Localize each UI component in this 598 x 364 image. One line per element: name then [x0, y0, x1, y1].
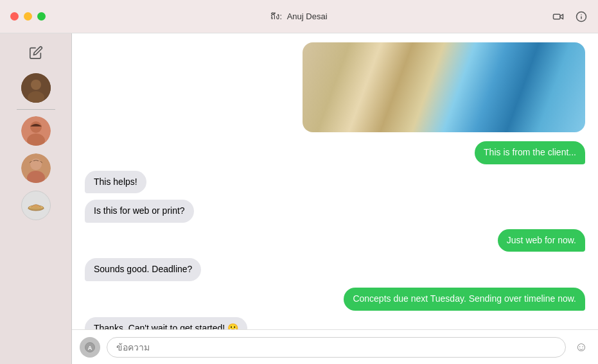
chat-scroll[interactable]: This is from the client... This helps! I… [72, 33, 598, 329]
svg-point-9 [30, 121, 42, 133]
message-input[interactable] [107, 337, 566, 358]
sidebar [0, 0, 72, 364]
compose-button[interactable] [24, 41, 48, 64]
app-switcher-button[interactable]: A [80, 337, 100, 358]
sidebar-contact-plate[interactable] [21, 191, 51, 220]
sidebar-contact-1[interactable] [21, 73, 51, 103]
fullscreen-button[interactable] [37, 12, 46, 21]
emoji-button[interactable]: ☺ [572, 338, 590, 356]
msg-concepts-row: Concepts due next Tuesday. Sending over … [85, 288, 585, 311]
msg-web-print-bubble: Is this for web or print? [85, 200, 194, 223]
msg-sounds-good-bubble: Sounds good. Deadline? [85, 258, 201, 281]
info-icon[interactable] [575, 10, 588, 23]
sidebar-divider [17, 109, 55, 110]
msg-thanks-bubble: Thanks. Can't wait to get started! 😀 [85, 317, 247, 329]
msg-this-helps-row: This helps! [85, 171, 585, 194]
msg-client-text-row: This is from the client... [85, 141, 585, 164]
image-content [303, 42, 585, 132]
minimize-button[interactable] [24, 12, 32, 21]
video-call-icon[interactable] [552, 10, 565, 23]
sent-image [303, 42, 585, 132]
sidebar-contact-2[interactable] [21, 116, 51, 146]
image-message-row [85, 42, 585, 135]
traffic-lights [10, 12, 46, 21]
input-bar: A ☺ [72, 329, 598, 364]
title-bar: ถึง: Anuj Desai [0, 0, 598, 33]
svg-point-6 [31, 80, 41, 90]
msg-concepts-bubble: Concepts due next Tuesday. Sending over … [344, 288, 585, 311]
svg-point-16 [28, 207, 44, 210]
svg-rect-0 [554, 14, 561, 19]
window-title: ถึง: Anuj Desai [270, 10, 327, 23]
close-button[interactable] [10, 12, 19, 21]
sidebar-contact-3[interactable] [21, 153, 51, 183]
msg-just-web-row: Just web for now. [85, 229, 585, 252]
msg-this-helps-bubble: This helps! [85, 171, 146, 194]
msg-just-web-bubble: Just web for now. [498, 229, 585, 252]
msg-sounds-good-row: Sounds good. Deadline? [85, 258, 585, 281]
title-actions [552, 10, 588, 23]
msg-client-text-bubble: This is from the client... [475, 141, 585, 164]
svg-text:A: A [88, 344, 92, 351]
main-chat-area: This is from the client... This helps! I… [72, 0, 598, 364]
msg-thanks-row: Thanks. Can't wait to get started! 😀 [85, 317, 585, 329]
msg-web-print-row: Is this for web or print? [85, 200, 585, 223]
